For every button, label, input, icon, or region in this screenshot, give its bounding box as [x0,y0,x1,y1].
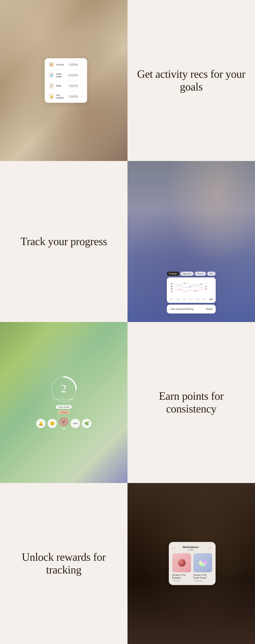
activity-btn-mood[interactable]: 🙂 [48,419,57,428]
chart-card: 5/27 5/29 6/6 6/11 6/13 6/20 6/27 [167,278,216,303]
reminder-dots-journal: ⋯ [80,63,83,66]
chart-area [169,280,213,297]
marketplace-name-trevor: Donate to The Trevor Project [193,574,212,579]
unlock-rewards-headline: Unlock rewards for tracking [13,551,115,576]
marketplace-info-icon[interactable]: ℹ [208,546,212,550]
activity-btn-glasses[interactable]: 👓 [70,419,80,428]
reminder-dots-walk: ⋯ [80,84,83,88]
activity-btn-plant[interactable]: 🌿 [82,419,92,428]
cell-earn-points: Earn points for consistency [128,322,255,483]
reminder-item-journal[interactable]: 📔 Journal 9:30 AM ⋯ [46,60,86,69]
reminder-label-walk: Walk [56,84,66,87]
date-527: 5/27 [169,298,173,300]
cell-activity-recs: Get activity recs for your goals [128,0,255,161]
date-613: 6/13 [196,298,200,300]
reminders-card: 📔 Journal 9:30 AM ⋯ 💧 Drink water 11:00 … [44,58,87,103]
pill-digestion[interactable]: Digestion [180,272,194,276]
filter-pills: Feelings Digestion Fitness Skin [167,272,216,276]
marketplace-name-breasties: Donate to The Breasties [172,574,191,579]
row-2: Track your progress Feelings Digestion F… [0,161,255,322]
marketplace-img-breasties [172,553,191,572]
activity-recs-headline: Get activity recs for your goals [136,68,246,93]
reminder-time-journal: 9:30 AM [68,63,78,66]
hologram-icon [199,559,206,567]
marketplace-title: Marketplace [182,546,198,549]
feeling-card: Last reported feeling Good [167,304,216,314]
marketplace-grid: Donate to The Breasties 3,000 pts Donate… [172,553,212,582]
activity-icons: 🔔 🙂 ✓ Walk 👓 🌿 [36,417,92,430]
streak-circle: 2 DAYS UNTIL BONUS [50,376,78,403]
activity-walk-group: ✓ Walk [59,417,68,430]
marketplace-item-trevor[interactable]: Donate to The Trevor Project 15,000 pts [193,553,212,582]
chart-dates: 5/27 5/29 6/6 6/11 6/13 6/20 6/27 [169,298,213,300]
svg-point-2 [171,288,172,290]
chart-svg [169,280,213,297]
cell-streak-photo: 2 DAYS UNTIL BONUS 5 day streak +10 pts … [0,322,128,483]
cell-track-progress: Track your progress [0,161,128,322]
reminder-item-outside[interactable]: 🔔 Get outside 2:30 PM ⋯ [46,92,86,101]
track-progress-headline: Track your progress [20,235,107,248]
marketplace-item-breasties[interactable]: Donate to The Breasties 3,000 pts [172,553,191,582]
pill-fitness[interactable]: Fitness [195,272,206,276]
outside-icon: 🔔 [48,94,54,100]
tracking-ui: Feelings Digestion Fitness Skin [167,272,216,314]
row-4: Unlock rewards for tracking ‹ Marketplac… [0,483,255,644]
svg-point-1 [171,286,172,287]
cell-unlock-rewards: Unlock rewards for tracking [0,483,128,644]
activity-btn-walk[interactable]: ✓ [59,417,68,426]
feeling-value: Good [206,308,212,310]
marketplace-pts-breasties: 3,000 pts [172,580,191,582]
row-1: 📔 Journal 9:30 AM ⋯ 💧 Drink water 11:00 … [0,0,255,161]
reminder-item-water[interactable]: 💧 Drink water 11:00 AM ⋯ [46,70,86,80]
date-620: 6/20 [202,298,206,300]
pill-feelings[interactable]: Feelings [167,272,179,276]
streak-text: 5 day streak [56,405,72,409]
reminder-label-water: Drink water [56,73,66,78]
water-icon: 💧 [48,72,54,78]
cell-marketplace-photo: ‹ Marketplace 1,000 ℹ Donate to The Brea… [128,483,255,644]
reminder-time-outside: 2:30 PM [68,95,78,98]
marketplace-title-block: Marketplace 1,000 [182,546,198,551]
reminder-dots-outside: ⋯ [80,95,83,98]
date-611: 6/11 [189,298,193,300]
streak-days-label: DAYS UNTIL BONUS [53,398,75,400]
gem-icon [178,559,186,567]
cell-tracking-photo: Feelings Digestion Fitness Skin [128,161,255,322]
reminder-item-walk[interactable]: 🚶 Walk 2:30 PM ⋯ [46,81,86,90]
marketplace-back-icon[interactable]: ‹ [172,546,173,550]
journal-icon: 📔 [48,62,54,68]
reminder-label-journal: Journal [56,63,66,66]
svg-point-3 [171,290,172,292]
svg-point-0 [171,283,172,284]
activity-btn-bell[interactable]: 🔔 [36,419,46,428]
marketplace-header: ‹ Marketplace 1,000 ℹ [172,546,212,551]
marketplace-img-trevor [193,553,212,572]
activity-walk-label: Walk [62,427,66,430]
cell-cereal-photo: 📔 Journal 9:30 AM ⋯ 💧 Drink water 11:00 … [0,0,128,161]
marketplace-pts-trevor: 15,000 pts [193,580,212,582]
marketplace-points: 1,000 [182,549,198,551]
date-627: 6/27 [209,298,213,300]
reminder-time-walk: 2:30 PM [68,84,78,88]
streak-number: 2 [61,382,66,395]
feeling-label: Last reported feeling [170,308,194,310]
walk-icon: 🚶 [48,83,54,89]
reminder-time-water: 11:00 AM [67,74,78,77]
streak-ui: 2 DAYS UNTIL BONUS 5 day streak +10 pts … [36,376,92,430]
date-66: 6/6 [183,298,186,300]
pill-skin[interactable]: Skin [207,272,216,276]
reminder-dots-water: ⋯ [80,74,83,77]
marketplace-card: ‹ Marketplace 1,000 ℹ Donate to The Brea… [169,542,216,585]
date-529: 5/29 [176,298,180,300]
reminder-label-outside: Get outside [56,94,66,99]
earn-points-headline: Earn points for consistency [140,390,242,415]
streak-points: +10 pts [58,410,69,414]
row-3: 2 DAYS UNTIL BONUS 5 day streak +10 pts … [0,322,255,483]
